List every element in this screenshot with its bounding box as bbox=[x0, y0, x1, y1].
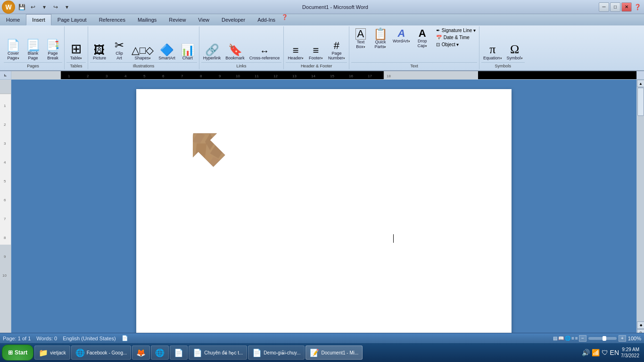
right-scrollbar[interactable]: ▲ ◆ ⊙ ◆ ▼ bbox=[636, 80, 644, 352]
taskbar-firefox[interactable]: 🦊 bbox=[132, 346, 150, 360]
tab-view[interactable]: View bbox=[192, 14, 215, 25]
taskbar-demo-giai[interactable]: 📄 Demo-giải-chuy... bbox=[248, 346, 305, 360]
wordart-button[interactable]: A WordArt▾ bbox=[391, 27, 412, 44]
picture-button[interactable]: 🖼 Picture bbox=[90, 43, 109, 61]
shapes-label: Shapes▾ bbox=[134, 56, 151, 60]
table-button[interactable]: ⊞ Table▾ bbox=[67, 41, 86, 61]
date-time-button[interactable]: 📅 Date & Time bbox=[435, 34, 477, 41]
cover-page-button[interactable]: 📄 CoverPage▾ bbox=[4, 39, 23, 61]
drop-cap-button[interactable]: A DropCap▾ bbox=[413, 27, 432, 49]
object-button[interactable]: ⊡ Object ▾ bbox=[435, 41, 477, 48]
scroll-track[interactable] bbox=[637, 87, 644, 321]
page-number-button[interactable]: # PageNumber▾ bbox=[326, 40, 347, 61]
zoom-in-button[interactable]: + bbox=[619, 335, 626, 342]
taskbar-chuyen-de[interactable]: 📄 Chuyên đề học t... bbox=[189, 346, 247, 360]
minimize-button[interactable]: ─ bbox=[599, 2, 609, 12]
status-bar: Page: 1 of 1 Words: 0 English (United St… bbox=[0, 333, 644, 343]
smartart-button[interactable]: 🔷 SmartArt bbox=[157, 43, 177, 61]
more-qat-button[interactable]: ▾ bbox=[62, 2, 72, 12]
tab-page-layout[interactable]: Page Layout bbox=[51, 14, 93, 25]
taskbar: ⊞ Start 📁 vietjack 🌐 Facebook - Goog... … bbox=[0, 343, 644, 362]
office-button[interactable]: W bbox=[2, 0, 15, 14]
demo-giai-icon: 📄 bbox=[252, 348, 262, 357]
ruler-container: ⊾ 1 2 3 4 5 6 7 8 9 10 11 12 bbox=[0, 71, 644, 80]
signature-line-label: Signature Line ▾ bbox=[442, 28, 476, 33]
zoom-out-button[interactable]: − bbox=[579, 335, 586, 342]
arrow-shape[interactable] bbox=[193, 127, 231, 183]
scroll-up-button[interactable]: ▲ bbox=[637, 80, 644, 87]
footer-button[interactable]: ≡ Footer▾ bbox=[306, 44, 325, 61]
ribbon-help-icon[interactable]: ❓ bbox=[281, 14, 644, 25]
tray-network-icon[interactable]: 🔊 bbox=[582, 349, 590, 356]
words-status[interactable]: Words: 0 bbox=[36, 336, 57, 341]
web-view-button[interactable]: 🌐 bbox=[565, 336, 570, 341]
doc-icon-status[interactable]: 📄 bbox=[122, 335, 128, 341]
chart-button[interactable]: 📊 Chart bbox=[178, 43, 197, 61]
tab-home[interactable]: Home bbox=[0, 14, 26, 25]
ruler-corner: ⊾ bbox=[0, 71, 11, 79]
zoom-slider[interactable] bbox=[588, 337, 617, 340]
tab-references[interactable]: References bbox=[93, 14, 132, 25]
clip-art-button[interactable]: ✂ ClipArt bbox=[110, 39, 129, 61]
hyperlink-button[interactable]: 🔗 Hyperlink bbox=[201, 43, 223, 61]
tab-add-ins[interactable]: Add-Ins bbox=[251, 14, 281, 25]
taskbar-foxit[interactable]: 📄 bbox=[170, 346, 188, 360]
document-area[interactable] bbox=[11, 80, 636, 352]
clip-art-icon: ✂ bbox=[115, 40, 124, 51]
page-break-button[interactable]: 📑 PageBreak bbox=[43, 39, 62, 61]
text-box-button[interactable]: A TextBox▾ bbox=[351, 27, 370, 50]
svg-text:3: 3 bbox=[106, 74, 108, 78]
symbol-button[interactable]: Ω Symbol▾ bbox=[505, 42, 525, 61]
tab-developer[interactable]: Developer bbox=[215, 14, 251, 25]
page-status[interactable]: Page: 1 of 1 bbox=[3, 336, 31, 341]
maximize-button[interactable]: □ bbox=[610, 2, 620, 12]
language-status[interactable]: English (United States) bbox=[63, 336, 116, 341]
signature-line-button[interactable]: ✒ Signature Line ▾ bbox=[435, 27, 477, 33]
zoom-slider-thumb[interactable] bbox=[603, 336, 606, 341]
redo-qat-button[interactable]: ↪ bbox=[51, 2, 60, 12]
hyperlink-icon: 🔗 bbox=[205, 44, 219, 56]
full-reading-button[interactable]: 📖 bbox=[558, 336, 564, 341]
cross-reference-button[interactable]: ↔ Cross-reference bbox=[248, 45, 282, 61]
start-label: Start bbox=[15, 349, 27, 356]
tab-insert[interactable]: Insert bbox=[26, 14, 51, 25]
zoom-level-label[interactable]: 100% bbox=[628, 336, 641, 341]
taskbar-facebook[interactable]: 🌐 Facebook - Goog... bbox=[71, 346, 132, 360]
header-button[interactable]: ≡ Header▾ bbox=[286, 44, 305, 61]
date-time-icon: 📅 bbox=[436, 35, 442, 40]
cover-page-label: CoverPage▾ bbox=[7, 51, 19, 60]
cross-reference-label: Cross-reference bbox=[249, 56, 280, 60]
tray-volume-icon[interactable]: 📶 bbox=[592, 349, 600, 356]
svg-text:2: 2 bbox=[4, 123, 6, 127]
taskbar-vietjack[interactable]: 📁 vietjack bbox=[34, 346, 70, 360]
tray-antivirus-icon[interactable]: 🛡 bbox=[602, 349, 608, 356]
tray-clock[interactable]: 9:29 AM 7/3/2022 bbox=[621, 346, 639, 359]
close-button[interactable]: ✕ bbox=[621, 2, 632, 12]
save-qat-button[interactable]: 💾 bbox=[17, 2, 26, 12]
shapes-button[interactable]: △□◇ Shapes▾ bbox=[130, 44, 156, 61]
start-button[interactable]: ⊞ Start bbox=[2, 345, 33, 361]
equation-button[interactable]: π Equation▾ bbox=[481, 42, 504, 61]
taskbar-document1[interactable]: 📝 Document1 - Mi... bbox=[305, 346, 363, 360]
document-page[interactable] bbox=[136, 89, 512, 342]
undo-arrow-button[interactable]: ▾ bbox=[40, 2, 49, 12]
tab-mailings[interactable]: Mailings bbox=[132, 14, 163, 25]
layout-view-button[interactable]: ▤ bbox=[553, 336, 557, 341]
scroll-page-up-button[interactable]: ◆ bbox=[637, 321, 644, 329]
tray-language-icon[interactable]: EN bbox=[610, 349, 619, 356]
tab-review[interactable]: Review bbox=[163, 14, 192, 25]
help-button[interactable]: ❓ bbox=[633, 2, 642, 12]
blank-page-button[interactable]: 📃 BlankPage bbox=[24, 39, 42, 61]
demo-giai-label: Demo-giải-chuy... bbox=[264, 350, 300, 355]
wordart-icon: A bbox=[397, 28, 405, 39]
draft-view-button[interactable]: ≡ bbox=[575, 336, 578, 341]
svg-marker-50 bbox=[193, 127, 231, 175]
quick-parts-button[interactable]: 📋 QuickParts▾ bbox=[371, 27, 390, 50]
bookmark-button[interactable]: 🔖 Bookmark bbox=[223, 43, 247, 61]
undo-qat-button[interactable]: ↩ bbox=[28, 2, 38, 12]
svg-text:1: 1 bbox=[68, 74, 70, 78]
outline-view-button[interactable]: ≡ bbox=[571, 336, 574, 341]
scroll-thumb[interactable] bbox=[637, 88, 644, 116]
ribbon-group-links: 🔗 Hyperlink 🔖 Bookmark ↔ Cross-reference… bbox=[199, 26, 284, 69]
taskbar-ie[interactable]: 🌐 bbox=[151, 346, 169, 360]
